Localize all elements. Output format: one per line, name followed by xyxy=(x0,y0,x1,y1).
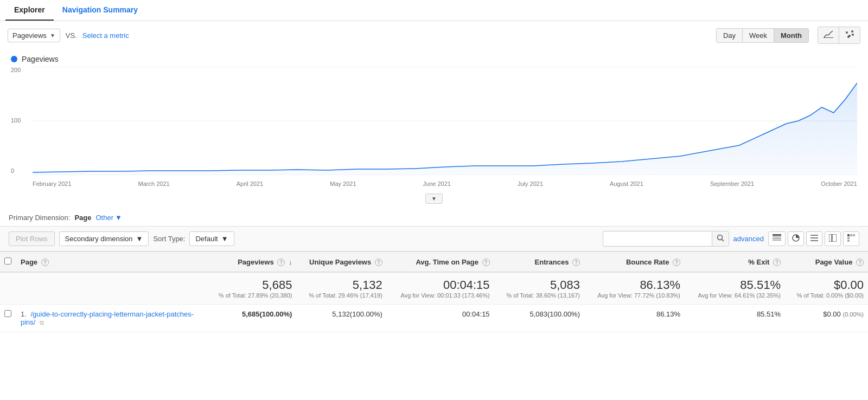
row1-page-link[interactable]: /guide-to-correctly-placing-letterman-ja… xyxy=(21,310,194,326)
x-label-feb: February 2021 xyxy=(33,180,72,187)
toolbar: Pageviews ▼ VS. Select a metric Day Week… xyxy=(0,21,868,49)
search-box xyxy=(603,231,729,247)
x-label-may: May 2021 xyxy=(330,180,356,187)
svg-rect-19 xyxy=(829,234,832,242)
x-label-jul: July 2021 xyxy=(518,180,543,187)
scatter-chart-button[interactable] xyxy=(839,27,860,43)
other-chevron-icon: ▼ xyxy=(115,214,122,222)
row1-page-cell: 1. /guide-to-correctly-placing-letterman… xyxy=(16,305,206,332)
sort-default-label: Default xyxy=(195,235,218,243)
day-button[interactable]: Day xyxy=(717,29,743,42)
th-page-value: Page Value ? xyxy=(785,252,868,273)
svg-rect-11 xyxy=(773,234,781,236)
total-avgtime-cell: 00:04:15 Avg for View: 00:01:33 (173.46%… xyxy=(387,272,494,305)
total-exit-cell: 85.51% Avg for View: 64.61% (32.35%) xyxy=(685,272,785,305)
pivot-icon xyxy=(847,234,855,242)
search-icon xyxy=(717,234,724,242)
scroll-down-button[interactable]: ▼ xyxy=(425,193,443,204)
svg-point-9 xyxy=(717,235,722,240)
primary-dimension-page[interactable]: Page xyxy=(74,214,91,222)
row1-pageviews: 5,685(100.00%) xyxy=(242,310,292,318)
table-view-button[interactable] xyxy=(768,231,786,246)
sort-type-dropdown[interactable]: Default ▼ xyxy=(189,231,234,246)
page-value-help-icon[interactable]: ? xyxy=(856,259,864,266)
total-bounce-cell: 86.13% Avg for View: 77.72% (10.83%) xyxy=(584,272,685,305)
legend-dot xyxy=(11,56,17,62)
svg-rect-12 xyxy=(773,236,781,237)
bounce-rate-help-icon[interactable]: ? xyxy=(673,259,680,266)
sort-type-label: Sort Type: xyxy=(153,235,185,243)
svg-point-5 xyxy=(852,34,854,36)
view-type-buttons xyxy=(818,27,860,44)
other-dropdown[interactable]: Other ▼ xyxy=(96,214,122,222)
select-metric-link[interactable]: Select a metric xyxy=(82,31,129,40)
x-label-oct: October 2021 xyxy=(821,180,857,187)
svg-rect-0 xyxy=(824,37,833,38)
line-chart-icon xyxy=(824,30,833,38)
tab-navigation-summary[interactable]: Navigation Summary xyxy=(54,0,146,21)
list-icon xyxy=(810,234,818,242)
metric-dropdown[interactable]: Pageviews ▼ xyxy=(8,29,60,42)
row1-rank: 1. xyxy=(21,310,27,318)
row1-checkbox[interactable] xyxy=(4,310,11,317)
row1-pagevalue-pct: (0.00%) xyxy=(843,311,864,318)
month-button[interactable]: Month xyxy=(774,29,808,42)
select-all-checkbox[interactable] xyxy=(4,257,11,264)
svg-rect-14 xyxy=(773,240,781,241)
svg-point-4 xyxy=(847,36,850,38)
row1-bounce-cell: 86.13% xyxy=(584,305,685,332)
page-help-icon[interactable]: ? xyxy=(41,259,49,266)
y-label-0: 0 xyxy=(11,167,21,174)
line-chart-button[interactable] xyxy=(818,27,839,43)
chart-area: Pageviews 200 100 0 xyxy=(0,49,868,204)
primary-dimension-bar: Primary Dimension: Page Other ▼ xyxy=(0,209,868,226)
other-label: Other xyxy=(96,214,114,222)
scroll-button-area: ▼ xyxy=(11,193,857,204)
total-pageviews-cell: 5,685 % of Total: 27.89% (20,380) xyxy=(206,272,296,305)
pageviews-help-icon[interactable]: ? xyxy=(277,259,285,266)
total-unique-sub: % of Total: 29.46% (17,419) xyxy=(301,292,382,299)
svg-point-1 xyxy=(846,31,848,34)
row1-copy-icon[interactable]: ⧉ xyxy=(40,319,44,326)
tab-bar: Explorer Navigation Summary xyxy=(0,0,868,21)
chart-legend: Pageviews xyxy=(11,55,857,63)
comparison-icon xyxy=(829,234,837,242)
total-entrances-cell: 5,083 % of Total: 38.60% (13,167) xyxy=(494,272,584,305)
total-pagevalue-main: $0.00 xyxy=(789,278,864,292)
svg-rect-25 xyxy=(847,240,850,242)
comparison-view-button[interactable] xyxy=(825,231,841,246)
row1-exit-cell: 85.51% xyxy=(685,305,785,332)
entrances-help-icon[interactable]: ? xyxy=(572,259,580,266)
svg-rect-23 xyxy=(853,234,855,236)
total-unique-main: 5,132 xyxy=(301,278,382,292)
table-icon xyxy=(773,234,781,242)
total-bounce-sub: Avg for View: 77.72% (10.83%) xyxy=(589,292,680,299)
week-button[interactable]: Week xyxy=(743,29,774,42)
avg-time-help-icon[interactable]: ? xyxy=(482,259,490,266)
pct-exit-help-icon[interactable]: ? xyxy=(773,259,781,266)
pageviews-sort-icon[interactable]: ↓ xyxy=(289,258,292,266)
pivot-view-button[interactable] xyxy=(843,231,859,246)
list-view-button[interactable] xyxy=(806,231,822,246)
secondary-dim-label: Secondary dimension xyxy=(65,235,133,243)
vs-label: VS. xyxy=(66,31,77,40)
x-label-sep: September 2021 xyxy=(710,180,754,187)
svg-point-3 xyxy=(851,30,853,33)
search-input[interactable] xyxy=(603,232,712,246)
row1-unique-cell: 5,132(100.00%) xyxy=(296,305,386,332)
svg-line-10 xyxy=(722,240,724,242)
pie-view-button[interactable] xyxy=(788,231,804,246)
tab-explorer[interactable]: Explorer xyxy=(5,0,54,21)
advanced-link[interactable]: advanced xyxy=(733,235,764,243)
legend-label: Pageviews xyxy=(22,55,59,63)
search-button[interactable] xyxy=(712,231,729,246)
row1-pagevalue: $0.00 xyxy=(823,310,841,318)
pie-icon xyxy=(792,234,800,242)
row1-checkbox-cell xyxy=(0,305,16,332)
row1-pageviews-cell: 5,685(100.00%) xyxy=(206,305,296,332)
unique-pageviews-help-icon[interactable]: ? xyxy=(375,259,382,266)
secondary-dimension-dropdown[interactable]: Secondary dimension ▼ xyxy=(59,231,149,246)
total-bounce-main: 86.13% xyxy=(589,278,680,292)
plot-rows-button[interactable]: Plot Rows xyxy=(9,231,55,246)
y-label-100: 100 xyxy=(11,117,21,124)
